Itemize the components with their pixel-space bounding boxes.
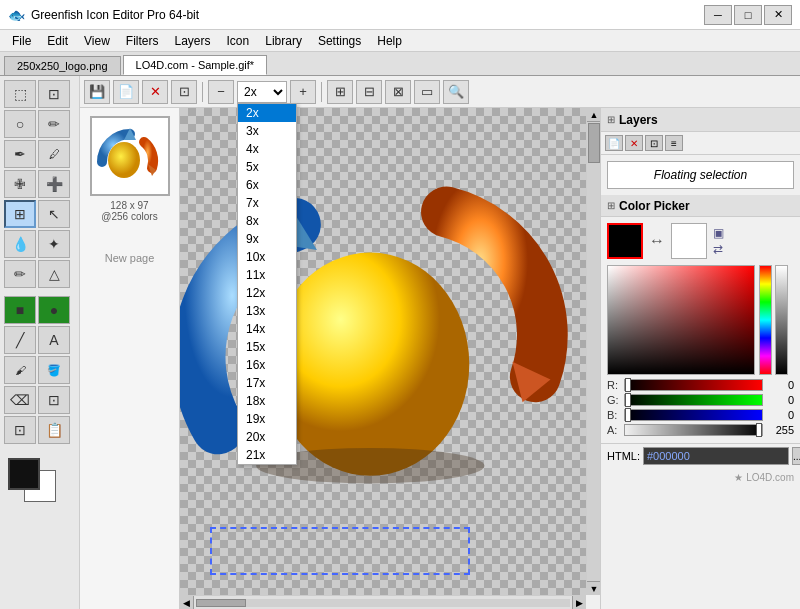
a-thumb[interactable] bbox=[756, 423, 762, 437]
v-scroll-down[interactable]: ▼ bbox=[587, 581, 600, 595]
zoom-option-8x[interactable]: 8x bbox=[238, 212, 296, 230]
tool-grid[interactable]: ⊞ bbox=[4, 200, 36, 228]
tool-arrow[interactable]: ↖ bbox=[38, 200, 70, 228]
menu-view[interactable]: View bbox=[76, 32, 118, 50]
zoom-option-6x[interactable]: 6x bbox=[238, 176, 296, 194]
minimize-button[interactable]: ─ bbox=[704, 5, 732, 25]
layers-expand-icon[interactable]: ⊞ bbox=[607, 114, 615, 125]
tool-effects[interactable]: ✦ bbox=[38, 230, 70, 258]
tool-brush[interactable]: ✒ bbox=[4, 140, 36, 168]
transparent-icon[interactable]: ▣ bbox=[713, 226, 724, 240]
swap-arrows-icon[interactable]: ↔ bbox=[649, 232, 665, 250]
menu-layers[interactable]: Layers bbox=[167, 32, 219, 50]
tool-dodge[interactable]: ⊡ bbox=[4, 416, 36, 444]
zoom-select[interactable]: 2x3x4x5x bbox=[237, 81, 287, 103]
zoom-plus-button[interactable]: + bbox=[290, 80, 316, 104]
tool-eraser[interactable]: ⌫ bbox=[4, 386, 36, 414]
zoom-option-4x[interactable]: 4x bbox=[238, 140, 296, 158]
tool-clone[interactable]: ⊡ bbox=[38, 386, 70, 414]
maximize-button[interactable]: □ bbox=[734, 5, 762, 25]
h-scrollbar[interactable]: ◀ ▶ bbox=[180, 595, 586, 609]
zoom-option-5x[interactable]: 5x bbox=[238, 158, 296, 176]
tool-text[interactable]: A bbox=[38, 326, 70, 354]
new-layer-button[interactable]: 📄 bbox=[605, 135, 623, 151]
zoom-minus-button[interactable]: − bbox=[208, 80, 234, 104]
html-input[interactable] bbox=[643, 447, 789, 465]
zoom-fit-button[interactable]: 🔍 bbox=[443, 80, 469, 104]
a-slider[interactable] bbox=[624, 424, 763, 436]
tool-stamp[interactable]: 📋 bbox=[38, 416, 70, 444]
layers-menu-button[interactable]: ≡ bbox=[665, 135, 683, 151]
zoom-option-16x[interactable]: 16x bbox=[238, 356, 296, 374]
zoom-option-2x[interactable]: 2x bbox=[238, 104, 296, 122]
fit-button1[interactable]: ⊞ bbox=[327, 80, 353, 104]
tool-ellipse-select[interactable]: ○ bbox=[4, 110, 36, 138]
tool-triangle[interactable]: △ bbox=[38, 260, 70, 288]
b-thumb[interactable] bbox=[625, 408, 631, 422]
v-scrollbar[interactable]: ▲ ▼ bbox=[586, 108, 600, 595]
zoom-option-11x[interactable]: 11x bbox=[238, 266, 296, 284]
b-slider[interactable] bbox=[624, 409, 763, 421]
delete-layer-button[interactable]: ✕ bbox=[625, 135, 643, 151]
tool-line[interactable]: ╱ bbox=[4, 326, 36, 354]
zoom-option-18x[interactable]: 18x bbox=[238, 392, 296, 410]
zoom-option-14x[interactable]: 14x bbox=[238, 320, 296, 338]
floating-selection-item[interactable]: Floating selection bbox=[607, 161, 794, 189]
zoom-option-10x[interactable]: 10x bbox=[238, 248, 296, 266]
r-thumb[interactable] bbox=[625, 378, 631, 392]
merge-layer-button[interactable]: ⊡ bbox=[645, 135, 663, 151]
v-scroll-thumb[interactable] bbox=[588, 123, 600, 163]
menu-edit[interactable]: Edit bbox=[39, 32, 76, 50]
zoom-option-7x[interactable]: 7x bbox=[238, 194, 296, 212]
g-thumb[interactable] bbox=[625, 393, 631, 407]
zoom-option-17x[interactable]: 17x bbox=[238, 374, 296, 392]
zoom-option-20x[interactable]: 20x bbox=[238, 428, 296, 446]
brightness-bar[interactable] bbox=[775, 265, 788, 375]
menu-library[interactable]: Library bbox=[257, 32, 310, 50]
foreground-swatch[interactable] bbox=[607, 223, 643, 259]
zoom-option-3x[interactable]: 3x bbox=[238, 122, 296, 140]
tool-pencil[interactable]: ✏ bbox=[38, 110, 70, 138]
tool-rect-shape[interactable]: ■ bbox=[4, 296, 36, 324]
menu-icon[interactable]: Icon bbox=[219, 32, 258, 50]
save-button[interactable]: 💾 bbox=[84, 80, 110, 104]
zoom-option-12x[interactable]: 12x bbox=[238, 284, 296, 302]
zoom-option-15x[interactable]: 15x bbox=[238, 338, 296, 356]
resize-button[interactable]: ⊡ bbox=[171, 80, 197, 104]
swap-icon[interactable]: ⇄ bbox=[713, 242, 724, 256]
zoom-option-9x[interactable]: 9x bbox=[238, 230, 296, 248]
tool-select-rect[interactable]: ⬚ bbox=[4, 80, 36, 108]
hue-bar[interactable] bbox=[759, 265, 772, 375]
zoom-option-19x[interactable]: 19x bbox=[238, 410, 296, 428]
menu-file[interactable]: File bbox=[4, 32, 39, 50]
html-more-button[interactable]: ... bbox=[792, 447, 800, 465]
close-button[interactable]: ✕ bbox=[764, 5, 792, 25]
background-swatch[interactable] bbox=[671, 223, 707, 259]
tool-move[interactable]: ✙ bbox=[4, 170, 36, 198]
v-scroll-up[interactable]: ▲ bbox=[587, 108, 600, 122]
tool-ellipse-shape[interactable]: ● bbox=[38, 296, 70, 324]
tool-edit[interactable]: ✏ bbox=[4, 260, 36, 288]
h-scroll-thumb[interactable] bbox=[196, 599, 246, 607]
h-scroll-right[interactable]: ▶ bbox=[572, 596, 586, 610]
tab-logo[interactable]: 250x250_logo.png bbox=[4, 56, 121, 75]
zoom-option-21x[interactable]: 21x bbox=[238, 446, 296, 464]
menu-settings[interactable]: Settings bbox=[310, 32, 369, 50]
fit-button3[interactable]: ⊠ bbox=[385, 80, 411, 104]
menu-filters[interactable]: Filters bbox=[118, 32, 167, 50]
fit-button4[interactable]: ▭ bbox=[414, 80, 440, 104]
tool-paint[interactable]: 🖌 bbox=[4, 356, 36, 384]
menu-help[interactable]: Help bbox=[369, 32, 410, 50]
foreground-color-box[interactable] bbox=[8, 458, 40, 490]
new-button[interactable]: 📄 bbox=[113, 80, 139, 104]
tab-sample[interactable]: LO4D.com - Sample.gif* bbox=[123, 55, 268, 75]
fit-button2[interactable]: ⊟ bbox=[356, 80, 382, 104]
tool-pen[interactable]: 🖊 bbox=[38, 140, 70, 168]
r-slider[interactable] bbox=[624, 379, 763, 391]
zoom-option-13x[interactable]: 13x bbox=[238, 302, 296, 320]
color-picker-expand-icon[interactable]: ⊞ bbox=[607, 200, 615, 211]
close-strip-button[interactable]: ✕ bbox=[142, 80, 168, 104]
tool-bucket[interactable]: 🪣 bbox=[38, 356, 70, 384]
tool-fill[interactable]: 💧 bbox=[4, 230, 36, 258]
h-scroll-left[interactable]: ◀ bbox=[180, 596, 194, 610]
